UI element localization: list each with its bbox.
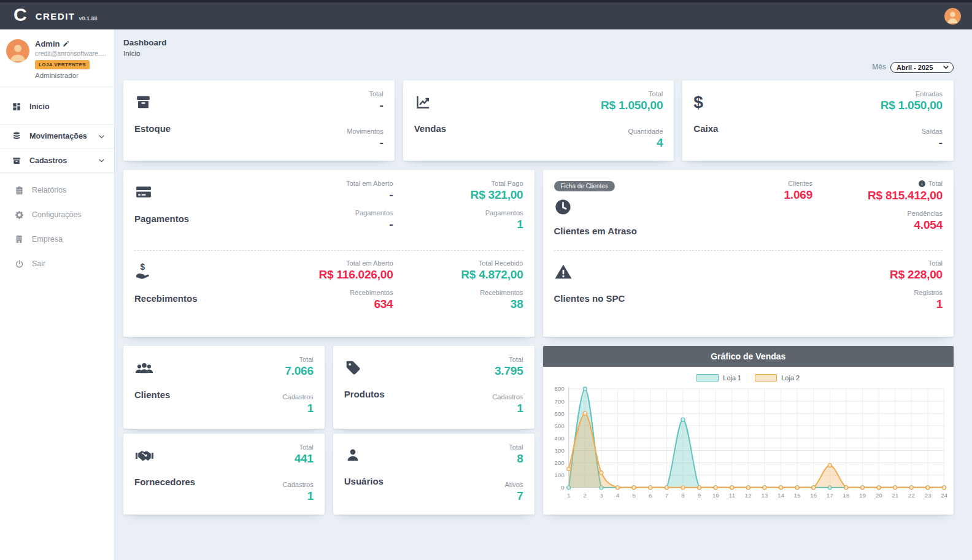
chart-legend: Loja 1Loja 2 [543, 374, 954, 382]
svg-text:300: 300 [554, 447, 565, 454]
svg-text:600: 600 [554, 410, 565, 417]
chart-line-icon [414, 93, 432, 111]
warning-icon [554, 263, 573, 281]
stat-label: Registros [812, 289, 943, 296]
svg-text:24: 24 [941, 492, 948, 499]
stat-value: R$ 4.872,00 [393, 268, 523, 282]
app-name: CREDIT [36, 11, 75, 21]
card-title: Clientes no SPC [554, 293, 625, 304]
profile-email: credit@anronsoftware.co... [35, 50, 108, 57]
legend-item[interactable]: Loja 1 [696, 374, 741, 382]
svg-text:15: 15 [793, 492, 801, 499]
page-title: Dashboard [123, 38, 954, 47]
sidebar-item-sair[interactable]: Sair [0, 251, 114, 276]
stat-label: Total Recebido [393, 259, 523, 267]
app-header: C CREDIT v0.1.88 [0, 2, 972, 29]
sidebar: Admin credit@anronsoftware.co... LOJA VE… [0, 29, 115, 560]
stat-label: Total em Aberto [189, 180, 393, 187]
svg-text:9: 9 [697, 492, 701, 499]
avatar [6, 39, 29, 63]
svg-text:6: 6 [649, 492, 652, 499]
sales-chart-card: Gráfico de Vendas Loja 1Loja 2 123456789… [543, 346, 954, 515]
stat-value: R$ 1.050,00 [601, 99, 663, 112]
main-content: Dashboard Início Mês Abril - 2025 Estoqu… [115, 29, 972, 560]
app-logo: C [14, 6, 27, 24]
stat-value: 7 [505, 489, 523, 503]
card-title: Caixa [693, 123, 718, 134]
building-icon [14, 234, 25, 245]
power-icon [14, 258, 25, 269]
svg-text:400: 400 [554, 435, 565, 442]
svg-text:23: 23 [924, 492, 932, 499]
sidebar-item-cadastros[interactable]: Cadastros [0, 148, 114, 173]
stat-label: Cadastros [492, 393, 523, 401]
stat-label: Saídas [881, 128, 943, 135]
stat-value: R$ 1.050,00 [881, 99, 943, 112]
month-select[interactable]: Abril - 2025 [890, 62, 954, 73]
svg-text:2: 2 [583, 492, 587, 499]
caixa-card: $ Caixa EntradasR$ 1.050,00 Saídas- [682, 80, 954, 161]
stat-value: - [347, 136, 383, 150]
stat-value: 8 [505, 452, 523, 466]
ficha-clientes-badge[interactable]: Ficha de Clientes [554, 181, 615, 191]
stat-value: 38 [393, 297, 523, 311]
sidebar-item-label: Empresa [32, 235, 63, 244]
stat-label: Total [492, 356, 523, 363]
archive-icon [11, 155, 22, 166]
svg-text:5: 5 [632, 492, 636, 499]
info-icon[interactable] [918, 180, 926, 188]
sidebar-item-label: Sair [32, 259, 45, 268]
user-avatar[interactable] [944, 8, 961, 25]
produtos-card: Produtos Total3.795 Cadastros1 [333, 346, 534, 429]
gear-icon [14, 209, 25, 220]
stat-label: Total [812, 259, 943, 267]
svg-text:10: 10 [712, 492, 719, 499]
card-title: Recebimentos [134, 293, 198, 304]
store-badge[interactable]: LOJA VERTENTES [35, 60, 90, 69]
app-version: v0.1.88 [79, 15, 98, 21]
sidebar-item-label: Relatórios [32, 186, 66, 194]
stat-label: Cadastros [283, 481, 314, 488]
stat-value: 3.795 [492, 364, 523, 378]
card-title: Produtos [344, 389, 385, 399]
sidebar-item-movimentacoes[interactable]: Movimentações [0, 124, 114, 148]
sidebar-item-empresa[interactable]: Empresa [0, 227, 114, 251]
pencil-edit-icon[interactable] [63, 40, 69, 47]
chevron-down-icon [98, 156, 106, 164]
svg-text:200: 200 [554, 459, 565, 466]
stat-value: 1.069 [637, 188, 812, 202]
sidebar-item-inicio[interactable]: Início [0, 94, 114, 119]
stat-value: 1 [283, 489, 314, 503]
stat-value: 634 [198, 297, 393, 311]
user-icon [344, 447, 361, 464]
dollar-icon: $ [693, 93, 718, 111]
sidebar-item-configuracoes[interactable]: Configurações [0, 202, 114, 227]
clientes-card: Clientes Total7.066 Cadastros1 [123, 346, 325, 429]
tag-icon [344, 359, 362, 377]
sidebar-item-relatorios[interactable]: Relatórios [0, 178, 114, 202]
stat-value: R$ 116.026,00 [198, 268, 393, 282]
svg-text:500: 500 [554, 423, 565, 429]
sidebar-nav: Início Movimentações Cadastros [0, 87, 114, 276]
person-icon [944, 8, 961, 25]
stat-label: Total [347, 90, 383, 98]
sidebar-item-label: Início [29, 102, 50, 111]
stat-label: Total [283, 443, 314, 451]
clock-icon [554, 198, 572, 216]
svg-text:0: 0 [561, 484, 565, 491]
svg-text:1: 1 [567, 492, 571, 499]
stat-label: Total [928, 180, 943, 187]
svg-text:3: 3 [600, 492, 603, 499]
stat-label: Total [283, 356, 314, 363]
credit-card-icon [134, 183, 153, 201]
sales-chart: 1234567891011121314151617181920212223240… [548, 383, 951, 512]
users-icon [134, 359, 154, 377]
box-icon [134, 93, 152, 111]
stat-value: 4.054 [812, 218, 943, 232]
clientes-atraso-section: Ficha de Clientes Clientes em Atraso Cli… [554, 180, 943, 248]
breadcrumb: Dashboard Início [123, 38, 954, 57]
legend-item[interactable]: Loja 2 [755, 374, 800, 382]
svg-text:21: 21 [892, 492, 899, 499]
svg-text:20: 20 [875, 492, 882, 499]
divider [134, 250, 523, 251]
